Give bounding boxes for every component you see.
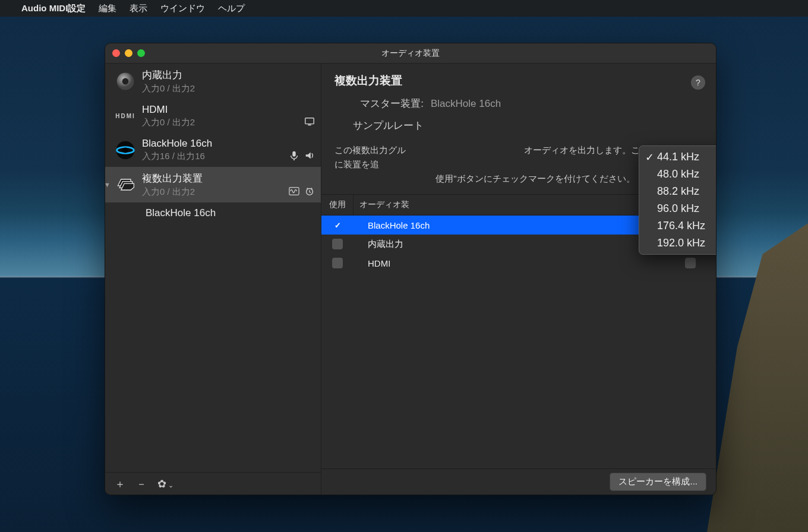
drift-checkbox[interactable] [685, 258, 696, 268]
menu-view[interactable]: 表示 [130, 3, 147, 14]
device-io: 入力16 / 出力16 [142, 151, 314, 162]
aggregate-subdevice[interactable]: BlackHole 16ch [105, 202, 321, 224]
detail-panel: 複数出力装置 ? マスター装置: BlackHole 16ch サンプルレート … [321, 64, 716, 495]
device-item-hdmi[interactable]: HDMI HDMI 入力0 / 出力2 [105, 99, 321, 133]
master-device-value[interactable]: BlackHole 16ch [431, 98, 501, 110]
master-device-label: マスター装置: [334, 97, 424, 110]
device-actions-menu[interactable]: ✿⌄ [157, 477, 173, 490]
display-output-icon [304, 116, 315, 129]
device-io: 入力0 / 出力2 [142, 117, 314, 128]
svg-rect-2 [305, 118, 314, 124]
title-bar[interactable]: オーディオ装置 [105, 43, 716, 64]
window-title: オーディオ装置 [105, 48, 716, 59]
device-item-blackhole[interactable]: BlackHole 16ch 入力16 / 出力16 [105, 133, 321, 167]
disclosure-triangle-icon[interactable]: ▼ [105, 181, 111, 188]
audio-midi-window: オーディオ装置 内蔵出力 入力0 / 出力2 HDMI HDMI [105, 43, 717, 495]
use-checkbox[interactable] [332, 220, 343, 230]
sample-rate-option[interactable]: 192.0 kHz [639, 235, 717, 252]
aggregate-device-icon [113, 173, 137, 197]
svg-rect-8 [293, 159, 295, 160]
clock-icon [304, 186, 315, 199]
sidebar-toolbar: ＋ － ✿⌄ [105, 472, 321, 495]
device-item-multi-output[interactable]: ▼ 複数出力装置 入力0 / 出力2 [105, 167, 321, 202]
add-device-button[interactable]: ＋ [115, 477, 125, 491]
use-checkbox[interactable] [332, 239, 343, 249]
svg-point-1 [122, 78, 129, 85]
sample-rate-option[interactable]: 48.0 kHz [639, 166, 717, 183]
device-name: BlackHole 16ch [142, 138, 314, 150]
sample-rate-option[interactable]: 88.2 kHz [639, 183, 717, 200]
svg-rect-7 [292, 151, 295, 157]
svg-rect-3 [308, 125, 311, 126]
device-name: 複数出力装置 [142, 172, 314, 185]
menu-bar: Audio MIDI設定 編集 表示 ウインドウ ヘルプ [0, 0, 808, 17]
sample-rate-label: サンプルレート [334, 119, 424, 132]
device-name: HDMI [142, 104, 314, 116]
menu-window[interactable]: ウインドウ [160, 3, 205, 14]
sample-rate-option[interactable]: 44.1 kHz [639, 148, 717, 166]
device-io: 入力0 / 出力2 [142, 83, 314, 94]
blackhole-icon [113, 138, 137, 162]
device-io: 入力0 / 出力2 [142, 186, 314, 198]
configure-speakers-button[interactable]: スピーカーを構成... [610, 473, 706, 491]
menu-help[interactable]: ヘルプ [218, 3, 245, 14]
app-menu[interactable]: Audio MIDI設定 [21, 3, 86, 14]
default-output-icon [304, 150, 315, 163]
device-name: 内蔵出力 [142, 68, 314, 82]
hdmi-icon: HDMI [113, 104, 137, 128]
device-item-builtin-output[interactable]: 内蔵出力 入力0 / 出力2 [105, 64, 321, 99]
waveform-icon [289, 186, 299, 199]
device-sidebar: 内蔵出力 入力0 / 出力2 HDMI HDMI 入力0 / 出力2 [105, 64, 321, 495]
sample-rate-option[interactable]: 96.0 kHz [639, 200, 717, 217]
speaker-icon [113, 69, 137, 93]
default-input-icon [289, 150, 299, 163]
panel-title: 複数出力装置 [334, 73, 703, 88]
sample-rate-menu: 44.1 kHz 48.0 kHz 88.2 kHz 96.0 kHz 176.… [639, 145, 717, 255]
row-device-name: BlackHole 16ch [354, 220, 645, 230]
svg-point-6 [123, 147, 128, 153]
table-row[interactable]: HDMI [321, 254, 716, 273]
help-button[interactable]: ? [691, 75, 705, 90]
row-device-name: HDMI [354, 258, 645, 268]
sample-rate-option[interactable]: 176.4 kHz [639, 217, 717, 235]
col-device[interactable]: オーディオ装 [354, 195, 645, 215]
use-checkbox[interactable] [332, 258, 343, 268]
col-use[interactable]: 使用 [321, 195, 354, 215]
remove-device-button[interactable]: － [136, 477, 147, 491]
menu-edit[interactable]: 編集 [99, 3, 116, 14]
row-device-name: 内蔵出力 [354, 239, 645, 250]
